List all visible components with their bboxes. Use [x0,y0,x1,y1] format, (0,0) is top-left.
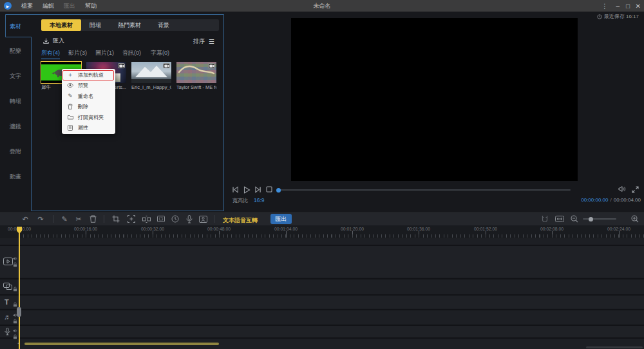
maximize-icon[interactable]: □ [626,0,630,12]
sort-button[interactable]: 排序 ☰ [193,37,214,46]
crop-icon[interactable] [111,214,120,223]
menu-item-preview[interactable]: 預覽 [62,80,115,91]
track-mute-icon[interactable] [13,328,17,333]
text-track-lane[interactable]: T [0,294,644,308]
tab-background[interactable]: 背景 [149,19,178,31]
voiceover-track-header[interactable] [0,326,18,337]
duration-clock-icon[interactable] [171,214,180,223]
sidebar-item-text[interactable]: 文字 [0,72,31,80]
sidebar-item-elements[interactable]: 動畫 [0,173,31,181]
filter-image[interactable]: 圖片(1) [95,49,114,57]
track-lock-icon[interactable] [13,319,17,324]
tab-intro[interactable]: 開場 [81,19,109,31]
ruler-label: 00:02:24.00 [607,227,630,231]
video-badge-icon [118,63,125,68]
fit-timeline-icon[interactable] [555,214,564,223]
timeline-zoom-handle[interactable] [589,217,593,222]
filter-subtitle[interactable]: 字幕(0) [151,49,169,57]
zoom-selection-icon[interactable] [127,214,136,223]
voiceover-mic-icon[interactable] [185,214,194,223]
concert-detail [115,73,120,82]
volume-icon[interactable] [618,185,626,193]
kebab-menu-icon[interactable]: ⋮ [601,0,608,12]
sidebar-item-music[interactable]: 配樂 [0,47,31,55]
undo-icon[interactable]: ↶ [21,214,30,223]
current-time: 00:00:00.00 [581,197,608,203]
previous-frame-button[interactable] [232,186,239,193]
music-track-icon: ♬ [4,313,11,321]
track-lock-icon[interactable] [13,262,17,267]
ruler-label: 00:00:32.00 [141,227,164,231]
play-button[interactable] [243,186,251,194]
playhead-grip[interactable] [17,307,21,317]
delete-icon[interactable] [88,214,97,223]
minimize-icon[interactable]: – [616,0,620,12]
filter-video[interactable]: 影片(3) [68,49,87,57]
magnet-icon[interactable] [540,214,549,223]
menu-item-open-folder[interactable]: 打開資料夾 [62,112,115,123]
cut-icon[interactable]: ✂ [74,214,83,223]
zoom-out-icon[interactable] [570,214,579,223]
menu-item-label: 重命名 [78,93,93,100]
track-mute-icon[interactable] [13,256,17,261]
playhead[interactable] [19,227,20,349]
text-track-header[interactable]: T [0,296,18,308]
import-label: 匯入 [53,37,64,45]
menu-item-rename[interactable]: ✎ 重命名 [62,91,115,102]
track-lock-icon[interactable] [13,287,17,292]
overlay-track-lane[interactable] [0,278,644,293]
sidebar-item-media[interactable]: 素材 [0,23,31,31]
edit-icon[interactable]: ✎ [60,214,69,223]
import-button[interactable]: 匯入 [43,37,64,45]
sidebar-item-overlays[interactable]: 疊附 [0,147,31,156]
voiceover-track-lane[interactable] [0,325,644,339]
video-editor-window: ▶ 檔案 編輯 匯出 幫助 未命名 ⋮ – □ ✕ 最近保存 16:17 素材 … [0,0,644,349]
import-icon [43,37,50,44]
split-icon[interactable] [142,214,151,223]
ruler-label: 00:01:36.00 [407,227,430,231]
next-frame-button[interactable] [254,186,261,193]
overlay-track-header[interactable] [0,279,18,293]
menu-item-properties[interactable]: 屬性 [62,123,115,134]
media-thumbnail-mountain[interactable] [131,62,171,83]
menu-item-label: 預覽 [78,82,88,89]
plus-icon: ＋ [67,71,73,79]
timeline-zoom-slider[interactable] [583,218,616,220]
music-track-header[interactable]: ♬ [0,310,18,323]
sidebar-item-transitions[interactable]: 轉場 [0,97,31,106]
media-thumbnail-mosaic[interactable] [176,62,216,83]
stop-button[interactable] [266,186,272,193]
filter-audio[interactable]: 音訊(0) [122,49,141,57]
freeze-frame-icon[interactable] [198,214,207,223]
filter-all[interactable]: 所有(4) [41,49,60,59]
menu-item-label: 添加到軌道 [78,71,104,79]
tab-trending-media[interactable]: 熱門素材 [109,19,149,31]
timeline-horizontal-scrollbar[interactable] [24,343,219,345]
tab-local-media[interactable]: 本地素材 [41,19,81,31]
export-button[interactable]: 匯出 [270,214,292,224]
seek-handle[interactable] [276,188,281,193]
timeline-ruler[interactable]: 00:00:00.00 00:00:16.00 00:00:32.00 00:0… [0,225,644,238]
menu-item-add-to-track[interactable]: ＋ 添加到軌道 [62,70,115,80]
preview-seek-bar[interactable] [277,189,571,191]
track-lock-icon[interactable] [13,334,17,339]
secondary-scrollbar[interactable] [586,346,643,348]
redo-icon[interactable]: ↷ [36,214,45,223]
aspect-ratio-value[interactable]: 16:9 [254,197,265,203]
menu-item-delete[interactable]: 刪除 [62,102,115,113]
video-track-header[interactable] [0,246,18,277]
music-track-lane[interactable]: ♬ [0,309,644,323]
close-icon[interactable]: ✕ [636,0,641,12]
voiceover-track-icon [5,328,10,335]
ruler-label: 00:00:16.00 [74,227,97,231]
ruler-label: 00:01:04.00 [274,227,298,231]
text-to-speech-button[interactable]: 文本語音互轉 [223,216,258,225]
video-track-lane[interactable] [0,245,644,277]
sidebar-item-filters[interactable]: 濾鏡 [0,122,31,131]
zoom-in-icon[interactable] [630,214,639,223]
sort-list-icon: ☰ [209,38,214,45]
video-track-icon [3,258,13,265]
fullscreen-icon[interactable] [632,186,639,193]
mosaic-icon[interactable] [156,214,166,223]
track-lock-icon[interactable] [13,302,17,307]
